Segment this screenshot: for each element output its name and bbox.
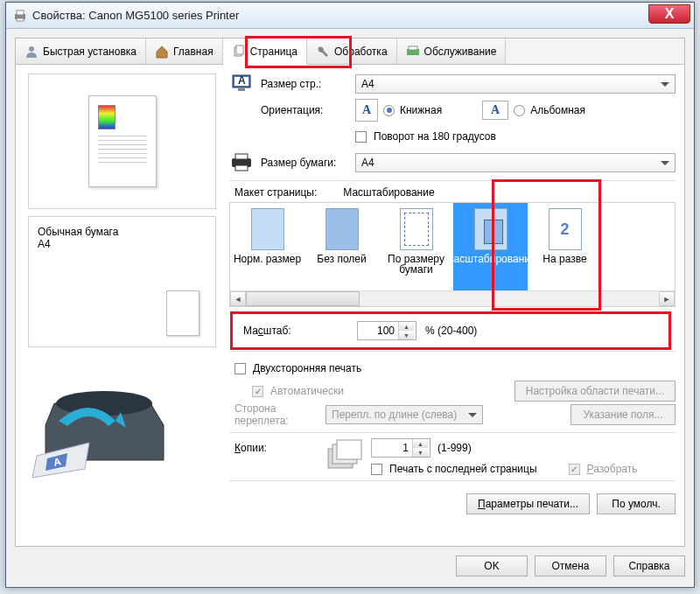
scroll-left-button[interactable]: ◄ — [230, 291, 246, 306]
paper-size-select[interactable]: A4 — [355, 153, 676, 172]
copies-range: (1-999) — [438, 442, 472, 454]
layout-fit[interactable]: По размеру бумаги — [379, 203, 453, 290]
copies-down[interactable]: ▼ — [413, 448, 428, 457]
layout-borderless[interactable]: Без полей — [304, 203, 379, 290]
copies-input[interactable] — [372, 439, 412, 457]
media-info: Обычная бумага A4 — [28, 216, 216, 347]
tab-strip: Быстрая установка Главная Страница Обраб… — [16, 38, 684, 65]
margin-button: Указание поля... — [570, 404, 676, 425]
collate-checkbox — [569, 464, 580, 475]
paper-size-label: Размер бумаги: — [261, 157, 348, 169]
duplex-label[interactable]: Двухсторонняя печать — [253, 362, 361, 374]
svg-rect-2 — [17, 18, 24, 21]
layout-split[interactable]: 2 На разве — [528, 203, 602, 290]
tab-main[interactable]: Главная — [146, 38, 223, 64]
scroll-right-button[interactable]: ► — [659, 291, 675, 306]
auto-checkbox — [252, 386, 263, 397]
left-column: Обычная бумага A4 A — [16, 65, 226, 546]
print-area-button: Настройка области печати... — [514, 381, 676, 402]
defaults-button[interactable]: По умолч. — [597, 493, 676, 514]
portrait-label[interactable]: Книжная — [400, 104, 442, 116]
layout-value: Масштабирование — [343, 186, 434, 199]
page-size-select[interactable]: A4 — [355, 74, 676, 94]
orientation-label: Ориентация: — [261, 104, 348, 116]
page-size-label: Размер стр.: — [261, 78, 348, 90]
scale-up[interactable]: ▲ — [399, 322, 414, 331]
svg-rect-13 — [238, 88, 245, 91]
collate-label: Разобрать — [587, 463, 638, 475]
help-button[interactable]: Справка — [613, 556, 685, 577]
wrench-icon — [316, 45, 330, 59]
print-params-button[interactable]: Параметры печати... — [466, 493, 590, 514]
svg-point-3 — [29, 46, 34, 52]
duplex-checkbox[interactable] — [234, 363, 246, 374]
copies-up[interactable]: ▲ — [413, 439, 428, 448]
svg-rect-19 — [337, 440, 361, 459]
svg-rect-15 — [235, 154, 248, 159]
portrait-radio[interactable] — [383, 105, 395, 116]
titlebar-text: Свойства: Canon MG5100 series Printer — [32, 9, 648, 22]
profile-icon — [24, 45, 38, 59]
svg-rect-16 — [235, 165, 248, 171]
portrait-icon: A — [355, 99, 378, 122]
scroll-thumb[interactable] — [246, 291, 360, 306]
binding-select: Перепл. по длине (слева) — [326, 405, 483, 424]
copies-icon — [326, 438, 364, 473]
dialog-content: Быстрая установка Главная Страница Обраб… — [15, 38, 685, 547]
scale-down[interactable]: ▼ — [399, 331, 414, 339]
scale-label: Масштаб: — [243, 325, 348, 337]
layout-scale[interactable]: Масштабирование — [453, 203, 528, 290]
printer-icon — [13, 9, 27, 23]
dialog-footer: OK Отмена Справка — [6, 552, 685, 580]
rotate180-checkbox[interactable] — [355, 131, 367, 143]
printer-small-icon — [229, 150, 254, 175]
media-type: Обычная бумага — [38, 226, 206, 238]
printer-properties-window: Свойства: Canon MG5100 series Printer Х … — [5, 2, 695, 588]
right-column: A Размер стр.: A4 Ориентация: A Книжная — [226, 65, 684, 546]
binding-label: Сторона переплета: — [234, 402, 318, 427]
tab-quick-setup[interactable]: Быстрая установка — [16, 38, 146, 64]
house-icon — [155, 45, 169, 59]
scale-spinner[interactable]: ▲▼ — [357, 321, 416, 340]
from-last-checkbox[interactable] — [371, 464, 382, 475]
svg-rect-1 — [17, 10, 24, 15]
tab-processing[interactable]: Обработка — [307, 38, 397, 64]
ok-button[interactable]: OK — [456, 556, 528, 577]
tab-service[interactable]: Обслуживание — [397, 38, 507, 64]
layout-label: Макет страницы: — [234, 186, 317, 199]
svg-rect-7 — [409, 46, 417, 50]
tab-page[interactable]: Страница — [223, 38, 307, 65]
copies-label: Копии: — [234, 438, 318, 454]
cancel-button[interactable]: Отмена — [535, 556, 606, 577]
scale-input[interactable] — [358, 322, 398, 339]
scale-range: % (20-400) — [425, 325, 477, 337]
svg-point-8 — [56, 391, 152, 416]
layout-scrollbar[interactable]: ◄ ► — [230, 290, 675, 306]
titlebar: Свойства: Canon MG5100 series Printer Х — [6, 3, 694, 29]
from-last-label[interactable]: Печать с последней страницы — [389, 463, 537, 475]
copies-spinner[interactable]: ▲▼ — [371, 438, 430, 458]
svg-rect-5 — [236, 45, 243, 54]
printer-illustration: A — [28, 368, 177, 491]
page-preview — [28, 73, 216, 209]
gear-icon — [406, 45, 420, 59]
monitor-icon: A — [229, 72, 254, 96]
landscape-label[interactable]: Альбомная — [530, 104, 585, 116]
layout-normal[interactable]: Норм. размер — [230, 203, 304, 290]
svg-text:A: A — [238, 74, 246, 87]
rotate180-label[interactable]: Поворот на 180 градусов — [374, 130, 496, 143]
pages-icon — [232, 45, 246, 59]
close-button[interactable]: Х — [648, 4, 690, 24]
landscape-icon: A — [482, 101, 508, 120]
media-size: A4 — [38, 238, 206, 250]
layout-picker: Норм. размер Без полей По размеру бумаги — [229, 202, 676, 307]
auto-label: Автоматически — [270, 385, 344, 397]
landscape-radio[interactable] — [514, 105, 525, 116]
